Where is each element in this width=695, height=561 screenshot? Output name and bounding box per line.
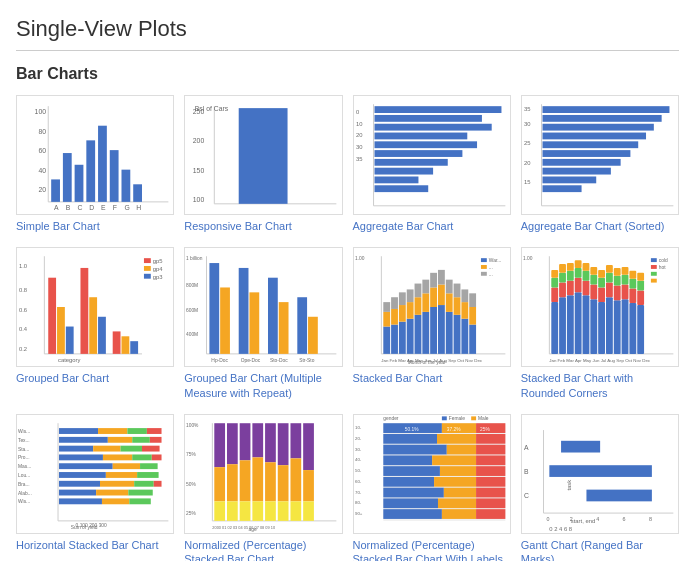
- svg-rect-292: [383, 434, 437, 444]
- svg-text:800M: 800M: [186, 284, 198, 289]
- svg-rect-281: [291, 458, 302, 501]
- svg-rect-59: [542, 141, 638, 148]
- chart-label-7[interactable]: Stacked Bar Chart: [353, 371, 443, 385]
- svg-text:80: 80: [38, 128, 46, 135]
- chart-label-4[interactable]: Aggregate Bar Chart (Sorted): [521, 219, 665, 233]
- chart-box-10[interactable]: 100% 75% 50% 25%: [184, 414, 342, 534]
- chart-box-11[interactable]: 50.1% 37.2% 25% gender Female Male 10- 2…: [353, 414, 511, 534]
- chart-label-2[interactable]: Responsive Bar Chart: [184, 219, 292, 233]
- chart-box-9[interactable]: Wis... Tex... Sta... Pro... Mas... Lou..…: [16, 414, 174, 534]
- svg-rect-7: [51, 179, 60, 201]
- svg-rect-164: [567, 296, 574, 355]
- svg-text:150: 150: [193, 167, 205, 174]
- svg-rect-143: [469, 307, 476, 325]
- svg-rect-199: [629, 271, 636, 279]
- svg-rect-46: [374, 176, 418, 183]
- svg-rect-295: [383, 445, 446, 455]
- svg-rect-63: [542, 176, 596, 183]
- svg-text:F: F: [113, 204, 117, 211]
- svg-rect-270: [240, 501, 251, 521]
- chart-label-12[interactable]: Gantt Chart (Ranged Bar Marks): [521, 538, 679, 561]
- svg-text:B: B: [66, 204, 71, 211]
- svg-rect-29: [239, 108, 288, 204]
- svg-rect-132: [437, 270, 444, 285]
- svg-rect-225: [147, 428, 162, 434]
- svg-text:37.2%: 37.2%: [446, 427, 460, 432]
- chart-label-3[interactable]: Aggregate Bar Chart: [353, 219, 454, 233]
- svg-rect-240: [140, 463, 158, 469]
- svg-rect-174: [582, 271, 589, 281]
- chart-box-4[interactable]: 35 30 25 20 15: [521, 95, 679, 215]
- svg-rect-182: [598, 278, 605, 288]
- svg-rect-55: [542, 106, 669, 113]
- svg-rect-236: [132, 454, 152, 460]
- svg-text:Lou...: Lou...: [18, 473, 30, 478]
- svg-rect-306: [476, 477, 505, 487]
- svg-rect-307: [383, 488, 444, 498]
- svg-text:40: 40: [38, 167, 46, 174]
- chart-box-2[interactable]: 250 200 150 100 Bsl of Cars: [184, 95, 342, 215]
- svg-rect-98: [268, 278, 278, 354]
- svg-text:B: B: [524, 468, 529, 475]
- svg-text:0.8: 0.8: [19, 288, 27, 294]
- svg-text:20: 20: [524, 160, 531, 166]
- svg-rect-9: [75, 165, 84, 202]
- svg-rect-200: [637, 305, 644, 354]
- svg-rect-202: [637, 281, 644, 291]
- svg-rect-322: [471, 416, 476, 420]
- svg-rect-122: [414, 298, 421, 316]
- svg-rect-173: [582, 281, 589, 296]
- svg-rect-276: [265, 501, 276, 521]
- svg-rect-267: [227, 501, 238, 521]
- svg-rect-113: [391, 309, 398, 325]
- chart-label-6[interactable]: Grouped Bar Chart (Multiple Measure with…: [184, 371, 342, 400]
- chart-box-7[interactable]: 1.00: [353, 247, 511, 367]
- svg-rect-320: [441, 416, 446, 420]
- svg-text:25%: 25%: [186, 511, 196, 516]
- chart-label-11[interactable]: Normalized (Percentage) Stacked Bar Char…: [353, 538, 511, 561]
- svg-rect-178: [590, 275, 597, 285]
- svg-text:0        2        4        6  : 0 2 4 6 8: [549, 526, 572, 532]
- chart-label-5[interactable]: Grouped Bar Chart: [16, 371, 109, 385]
- svg-rect-115: [398, 322, 405, 354]
- svg-rect-189: [614, 286, 621, 301]
- svg-rect-342: [549, 465, 652, 477]
- svg-text:40-: 40-: [354, 457, 361, 462]
- chart-box-1[interactable]: 100 80 60 40 20 A B C: [16, 95, 174, 215]
- svg-rect-341: [561, 441, 600, 453]
- svg-text:35: 35: [355, 156, 362, 162]
- chart-box-5[interactable]: gp5 gp4 gp3 1.0 0.8 0.6 0.4 0.2: [16, 247, 174, 367]
- svg-text:Hp-Doc: Hp-Doc: [212, 358, 229, 363]
- svg-rect-96: [239, 268, 249, 354]
- svg-text:2000 01 02 03 04 05 06 07 08 0: 2000 01 02 03 04 05 06 07 08 09 10: [213, 525, 277, 530]
- svg-rect-130: [437, 305, 444, 354]
- svg-rect-193: [621, 285, 628, 300]
- svg-rect-309: [476, 488, 505, 498]
- svg-rect-191: [614, 268, 621, 276]
- svg-text:60: 60: [38, 147, 46, 154]
- svg-text:Alab...: Alab...: [18, 490, 32, 495]
- svg-rect-246: [134, 481, 154, 487]
- svg-text:Male: Male: [478, 416, 489, 421]
- svg-text:20: 20: [38, 186, 46, 193]
- chart-box-8[interactable]: 1.00: [521, 247, 679, 367]
- svg-rect-180: [598, 302, 605, 354]
- svg-rect-13: [121, 170, 130, 202]
- svg-text:Tex...: Tex...: [18, 438, 30, 443]
- chart-box-12[interactable]: A B C 0 2 4 6 8 start, end task: [521, 414, 679, 534]
- chart-box-3[interactable]: 0 10 20 30 35: [353, 95, 511, 215]
- svg-text:35: 35: [524, 106, 531, 112]
- chart-label-8[interactable]: Stacked Bar Chart with Rounded Corners: [521, 371, 679, 400]
- svg-rect-65: [144, 258, 151, 263]
- svg-rect-131: [437, 285, 444, 306]
- chart-label-1[interactable]: Simple Bar Chart: [16, 219, 100, 233]
- chart-cell-6: 1 billion 800M 600M 400M Hp-Doc Ope-Doc …: [184, 247, 342, 400]
- svg-text:Sta...: Sta...: [18, 446, 29, 451]
- svg-text:100%: 100%: [186, 423, 199, 428]
- chart-label-9[interactable]: Horizontal Stacked Bar Chart: [16, 538, 158, 552]
- svg-text:1 billion: 1 billion: [186, 256, 203, 261]
- svg-rect-94: [210, 263, 220, 354]
- chart-box-6[interactable]: 1 billion 800M 600M 400M Hp-Doc Ope-Doc …: [184, 247, 342, 367]
- chart-label-10[interactable]: Normalized (Percentage) Stacked Bar Char…: [184, 538, 342, 561]
- svg-rect-100: [298, 298, 308, 355]
